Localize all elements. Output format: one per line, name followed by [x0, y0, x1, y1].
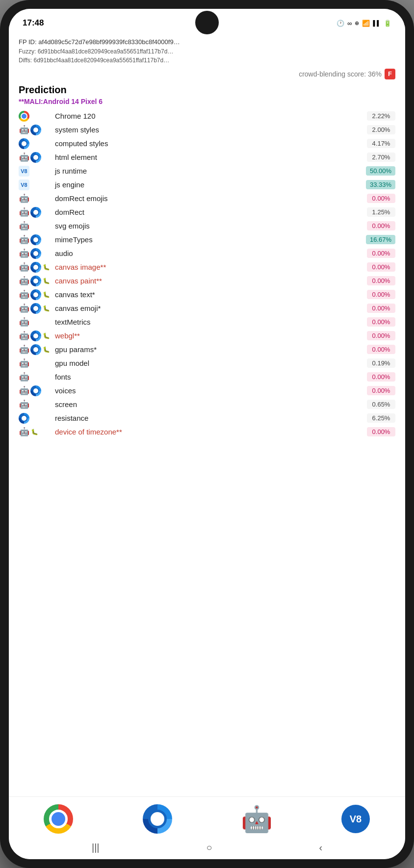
android-icon: 🤖 [19, 262, 29, 273]
table-row: 🤖🐛webgl**0.00% [19, 329, 395, 343]
icons-group: 🤖 [19, 193, 53, 204]
icons-group: 🤖🐛 [19, 262, 53, 273]
android-icon: 🤖 [19, 193, 29, 204]
icons-group: 🤖 [19, 221, 53, 231]
pct-badge: 0.00% [367, 427, 395, 436]
row-label: webgl** [55, 332, 365, 340]
android-icon: 🤖 [19, 303, 29, 314]
table-row: 🤖🐛canvas paint**0.00% [19, 274, 395, 288]
android-icon: 🤖 [19, 152, 29, 163]
home-button[interactable]: ○ [206, 842, 212, 853]
prediction-rows: Chrome 1202.22%🤖system styles2.00%comput… [19, 109, 395, 439]
table-row: V8js runtime50.00% [19, 164, 395, 178]
icons-group: 🤖 [19, 125, 53, 135]
icons-group [19, 111, 53, 122]
pct-badge: 0.00% [367, 262, 395, 272]
table-row: 🤖gpu model0.19% [19, 357, 395, 370]
row-label: canvas image** [55, 263, 365, 271]
row-label: canvas paint** [55, 277, 365, 285]
chrome-blue-icon [30, 152, 41, 163]
chrome-blue-icon [30, 207, 41, 218]
icons-group: V8 [19, 179, 53, 190]
pct-badge: 6.25% [367, 413, 395, 423]
chrome-blue-icon [30, 385, 41, 396]
bug-icon: 🐛 [42, 277, 50, 285]
android-icon-large: 🤖 [239, 802, 274, 836]
chrome-big-icon [44, 804, 73, 834]
row-label: computed styles [55, 139, 365, 148]
row-label: voices [55, 386, 365, 395]
row-label: screen [55, 400, 365, 408]
table-row: resistance6.25% [19, 411, 395, 425]
chrome-blue-icon [19, 413, 29, 424]
pct-badge: 0.00% [367, 317, 395, 327]
android-icon: 🤖 [19, 385, 29, 396]
pct-badge: 0.00% [367, 345, 395, 354]
recent-button[interactable]: ||| [92, 842, 100, 853]
android-icon: 🤖 [19, 289, 29, 300]
row-label: svg emojis [55, 222, 365, 230]
table-row: Chrome 1202.22% [19, 109, 395, 123]
android-icon: 🤖 [19, 125, 29, 135]
row-label: js runtime [55, 167, 364, 175]
table-row: 🤖system styles2.00% [19, 123, 395, 137]
score-text: crowd-blending score: 36% [299, 70, 382, 78]
chrome-icon [19, 111, 29, 122]
status-icons: 🕐 ∞ ⊕ 📶 ▌▌ 🔋 [336, 20, 391, 27]
icons-group: 🤖 [19, 248, 53, 259]
pct-badge: 0.19% [367, 358, 395, 368]
chrome-blue-icon [30, 262, 41, 273]
link-icon: ∞ [347, 20, 352, 27]
android-icon: 🤖 [19, 331, 29, 341]
table-row: 🤖textMetrics0.00% [19, 315, 395, 329]
chrome-blue-icon [30, 248, 41, 259]
row-label: system styles [55, 126, 365, 134]
android-icon: 🤖 [19, 372, 29, 383]
icons-group: 🤖🐛 [19, 427, 53, 437]
fuzzy-line: Fuzzy: 6d91bbcf4aa81dce820949cea9a55651f… [19, 47, 395, 56]
bug-icon: 🐛 [42, 305, 50, 312]
row-label: Chrome 120 [55, 112, 365, 120]
pct-badge: 2.22% [367, 111, 395, 121]
bug-icon: 🐛 [42, 291, 50, 299]
table-row: 🤖🐛gpu params*0.00% [19, 343, 395, 357]
table-row: 🤖voices0.00% [19, 384, 395, 398]
score-line: crowd-blending score: 36% F [19, 69, 395, 79]
icons-group: 🤖 [19, 385, 53, 396]
table-row: 🤖svg emojis0.00% [19, 219, 395, 233]
android-icon: 🤖 [19, 358, 29, 369]
pct-badge: 0.00% [367, 290, 395, 299]
v8-icon: V8 [19, 166, 29, 177]
row-label: fonts [55, 373, 365, 381]
status-time: 17:48 [23, 18, 44, 28]
icons-group: 🤖 [19, 399, 53, 410]
chrome-blue-icon [30, 234, 41, 245]
pct-badge: 33.33% [366, 180, 395, 189]
icons-group: 🤖🐛 [19, 276, 53, 286]
pct-badge: 0.00% [367, 194, 395, 203]
score-badge: F [385, 69, 395, 79]
android-icon: 🤖 [19, 344, 29, 355]
wifi-icon: 📶 [362, 20, 370, 27]
pct-badge: 0.65% [367, 400, 395, 409]
chrome-icon-large [41, 802, 76, 836]
row-label: gpu params* [55, 345, 365, 354]
android-icon: 🤖 [19, 427, 29, 437]
table-row: 🤖🐛canvas text*0.00% [19, 288, 395, 302]
fp-info: FP ID: af4d089c5c72d7e98bf999939fc8330bc… [19, 37, 395, 65]
android-icon: 🤖 [19, 207, 29, 218]
phone-shell: 17:48 🕐 ∞ ⊕ 📶 ▌▌ 🔋 FP ID: af4d089c5c72d7… [0, 0, 414, 868]
icons-group: 🤖🐛 [19, 303, 53, 314]
row-label: audio [55, 249, 365, 257]
icons-group: V8 [19, 166, 53, 177]
table-row: 🤖domRect1.25% [19, 205, 395, 219]
pct-badge: 4.17% [367, 139, 395, 148]
bug-icon: 🐛 [30, 428, 38, 436]
row-label: mimeTypes [55, 235, 364, 244]
battery-icon: 🔋 [384, 20, 391, 27]
pct-badge: 0.00% [367, 221, 395, 230]
icons-group: 🤖🐛 [19, 331, 53, 341]
back-button[interactable]: ‹ [319, 842, 322, 853]
chrome-blue-icon [30, 125, 41, 135]
content-scroll[interactable]: FP ID: af4d089c5c72d7e98bf999939fc8330bc… [9, 33, 405, 796]
